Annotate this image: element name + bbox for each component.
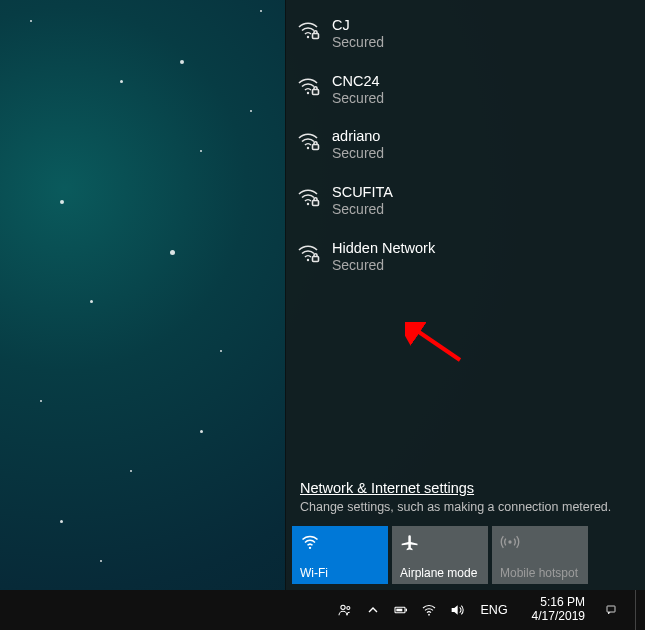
wifi-secured-icon — [296, 185, 320, 209]
clock-date: 4/17/2019 — [532, 610, 585, 624]
svg-point-14 — [346, 606, 349, 609]
network-name: CJ — [332, 16, 384, 34]
wifi-tray-icon[interactable] — [421, 602, 437, 618]
network-settings-desc: Change settings, such as making a connec… — [300, 500, 631, 514]
wifi-secured-icon — [296, 129, 320, 153]
action-center-icon[interactable] — [605, 590, 623, 630]
svg-rect-1 — [313, 34, 319, 39]
svg-point-8 — [307, 258, 309, 260]
quick-action-tiles: Wi-Fi Airplane mode Mobi — [286, 526, 645, 590]
svg-point-0 — [307, 36, 309, 38]
network-status: Secured — [332, 201, 393, 219]
desktop: CJ Secured CNC24 Secured — [0, 0, 645, 630]
tile-label: Wi-Fi — [300, 567, 380, 580]
svg-rect-16 — [405, 609, 406, 612]
network-list: CJ Secured CNC24 Secured — [286, 0, 645, 284]
wifi-icon — [300, 532, 380, 552]
show-desktop-button[interactable] — [635, 590, 641, 630]
svg-point-4 — [307, 147, 309, 149]
network-name: SCUFITA — [332, 183, 393, 201]
svg-rect-5 — [313, 145, 319, 150]
wifi-secured-icon — [296, 74, 320, 98]
clock[interactable]: 5:16 PM 4/17/2019 — [524, 596, 593, 624]
volume-icon[interactable] — [449, 602, 465, 618]
svg-point-18 — [428, 614, 430, 616]
tile-label: Mobile hotspot — [500, 567, 580, 580]
airplane-mode-tile[interactable]: Airplane mode — [392, 526, 488, 584]
system-tray: ENG 5:16 PM 4/17/2019 — [337, 590, 645, 630]
wifi-secured-icon — [296, 241, 320, 265]
network-item[interactable]: adriano Secured — [286, 117, 645, 173]
airplane-icon — [400, 532, 480, 552]
network-item[interactable]: SCUFITA Secured — [286, 173, 645, 229]
network-item[interactable]: CNC24 Secured — [286, 62, 645, 118]
network-name: Hidden Network — [332, 239, 435, 257]
network-item[interactable]: CJ Secured — [286, 6, 645, 62]
network-item-hidden[interactable]: Hidden Network Secured — [286, 229, 645, 285]
battery-icon[interactable] — [393, 602, 409, 618]
clock-time: 5:16 PM — [532, 596, 585, 610]
svg-rect-19 — [607, 606, 615, 612]
wifi-secured-icon — [296, 18, 320, 42]
svg-point-6 — [307, 203, 309, 205]
network-name: adriano — [332, 127, 384, 145]
chevron-up-icon[interactable] — [365, 602, 381, 618]
svg-rect-17 — [396, 609, 402, 612]
hotspot-icon — [500, 532, 580, 552]
taskbar: ENG 5:16 PM 4/17/2019 — [0, 590, 645, 630]
network-flyout: CJ Secured CNC24 Secured — [285, 0, 645, 590]
wifi-tile[interactable]: Wi-Fi — [292, 526, 388, 584]
svg-point-2 — [307, 91, 309, 93]
language-indicator[interactable]: ENG — [477, 603, 512, 617]
svg-point-11 — [508, 540, 511, 543]
network-settings-link[interactable]: Network & Internet settings — [300, 480, 474, 496]
network-status: Secured — [332, 90, 384, 108]
svg-rect-3 — [313, 89, 319, 94]
mobile-hotspot-tile[interactable]: Mobile hotspot — [492, 526, 588, 584]
svg-rect-7 — [313, 200, 319, 205]
network-status: Secured — [332, 145, 384, 163]
people-icon[interactable] — [337, 602, 353, 618]
network-status: Secured — [332, 34, 384, 52]
svg-point-10 — [309, 547, 311, 549]
network-status: Secured — [332, 257, 435, 275]
svg-rect-9 — [313, 256, 319, 261]
tile-label: Airplane mode — [400, 567, 480, 580]
settings-block: Network & Internet settings Change setti… — [286, 479, 645, 526]
network-name: CNC24 — [332, 72, 384, 90]
svg-point-13 — [340, 605, 344, 609]
